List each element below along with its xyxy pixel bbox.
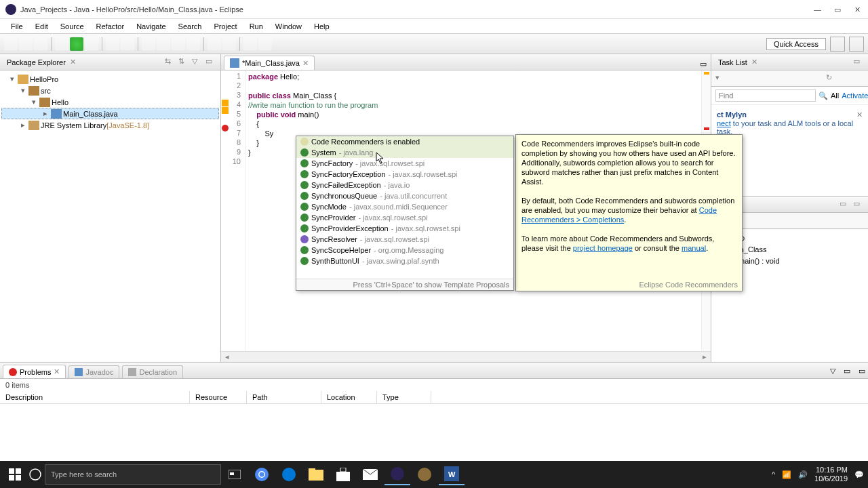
problems-table-header[interactable]: Description Resource Path Location Type <box>0 391 868 404</box>
menu-navigate[interactable]: Navigate <box>131 21 171 32</box>
mail-icon[interactable] <box>357 464 383 485</box>
completion-item[interactable]: SyncMode - javax.sound.midi.Sequencer <box>296 201 513 212</box>
debug-button[interactable] <box>55 37 68 51</box>
tray-volume-icon[interactable]: 🔊 <box>798 470 808 479</box>
project-tree[interactable]: ▾HelloPro ▾src ▾Hello ▸Main_Class.java ▸… <box>0 70 220 362</box>
javadoc-tab[interactable]: Javadoc <box>68 365 119 378</box>
schedule-icon[interactable] <box>743 73 753 84</box>
minimize-view-icon[interactable]: ▭ <box>844 367 850 375</box>
completion-item[interactable]: SyncProviderException - javax.sql.rowset… <box>296 223 513 234</box>
open-type-button[interactable] <box>142 37 155 51</box>
menu-search[interactable]: Search <box>173 21 208 32</box>
quick-access[interactable]: Quick Access <box>766 38 826 50</box>
tree-src[interactable]: src <box>41 87 51 95</box>
maximize-editor-icon[interactable]: ▭ <box>700 60 707 68</box>
menu-edit[interactable]: Edit <box>30 21 54 32</box>
declaration-tab[interactable]: Declaration <box>122 365 183 378</box>
close-view-icon[interactable]: ✕ <box>70 58 76 66</box>
focus-icon[interactable] <box>853 73 864 84</box>
completion-item[interactable]: SyncProvider - javax.sql.rowset.spi <box>296 212 513 223</box>
menu-project[interactable]: Project <box>208 21 242 32</box>
hide-nonpublic-icon[interactable] <box>756 216 767 226</box>
forward-button[interactable] <box>258 37 272 51</box>
tray-chevron-icon[interactable]: ^ <box>772 470 775 479</box>
find-input[interactable] <box>715 89 816 102</box>
all-filter[interactable]: All <box>831 92 839 100</box>
next-annotation-button[interactable] <box>208 37 221 51</box>
view-menu-icon[interactable]: ▽ <box>192 57 203 68</box>
app-icon[interactable] <box>412 464 437 485</box>
minimize-view-icon[interactable]: ▭ <box>840 199 850 210</box>
menu-source[interactable]: Source <box>55 21 90 32</box>
start-button[interactable] <box>4 464 26 485</box>
warning-marker-icon[interactable] <box>222 107 229 114</box>
eclipse-task-icon[interactable] <box>384 464 410 485</box>
collapse-icon[interactable] <box>840 73 850 84</box>
hide-static-icon[interactable] <box>743 216 753 226</box>
menu-window[interactable]: Window <box>270 21 307 32</box>
run-button[interactable] <box>70 37 83 51</box>
tree-project[interactable]: HelloPro <box>30 75 58 83</box>
completion-item[interactable]: System - java.lang <box>296 147 513 158</box>
editor-tab[interactable]: *Main_Class.java ✕ <box>224 56 315 70</box>
new-class-button[interactable] <box>121 37 134 51</box>
manual-link[interactable]: manual <box>682 244 706 252</box>
activate-link[interactable]: Activate... <box>842 92 868 100</box>
save-all-button[interactable] <box>34 37 47 51</box>
maximize-view-icon[interactable]: ▭ <box>859 367 865 375</box>
sync-icon[interactable]: ↻ <box>826 73 837 84</box>
store-icon[interactable] <box>330 464 356 485</box>
editor-scrollbar[interactable]: ◂▸ <box>221 351 711 362</box>
close-icon[interactable]: ✕ <box>856 110 863 119</box>
problems-tab[interactable]: Problems✕ <box>3 365 66 378</box>
new-package-button[interactable] <box>106 37 119 51</box>
close-view-icon[interactable]: ✕ <box>751 58 757 66</box>
menu-refactor[interactable]: Refactor <box>91 21 130 32</box>
notifications-icon[interactable]: 💬 <box>854 470 864 479</box>
close-tab-icon[interactable]: ✕ <box>302 59 309 68</box>
run-last-button[interactable] <box>85 37 98 51</box>
completion-item[interactable]: SynthButtonUI - javax.swing.plaf.synth <box>296 256 513 266</box>
tree-jre[interactable]: JRE System Library <box>41 121 106 129</box>
categorize-icon[interactable] <box>729 73 740 84</box>
content-assist-popup[interactable]: Code Recommenders is enabled System - ja… <box>296 136 514 291</box>
completion-header[interactable]: Code Recommenders is enabled <box>296 136 513 147</box>
word-icon[interactable]: W <box>439 464 465 485</box>
close-button[interactable]: ✕ <box>854 5 863 14</box>
toggle-button[interactable] <box>172 37 185 51</box>
connect-link[interactable]: nect <box>717 119 731 127</box>
task-view-icon[interactable] <box>222 464 248 485</box>
maximize-view-icon[interactable]: ▭ <box>853 199 864 210</box>
toggle-mark-button[interactable] <box>186 37 200 51</box>
completion-item[interactable]: SyncFactoryException - javax.sql.rowset.… <box>296 169 513 180</box>
view-menu-icon[interactable]: ▽ <box>830 367 835 375</box>
completion-item[interactable]: SyncFactory - javax.sql.rowset.spi <box>296 158 513 169</box>
completion-item[interactable]: SyncFailedException - java.io <box>296 180 513 190</box>
tree-file[interactable]: Main_Class.java <box>63 110 118 118</box>
warning-marker-icon[interactable] <box>222 100 229 106</box>
explorer-icon[interactable] <box>303 464 329 485</box>
minimize-view-icon[interactable]: ▭ <box>853 57 864 68</box>
tray-network-icon[interactable]: 📶 <box>782 470 791 479</box>
menu-run[interactable]: Run <box>244 21 269 32</box>
search-icon[interactable]: 🔍 <box>818 92 828 100</box>
focus-icon[interactable] <box>853 216 864 226</box>
tree-pkg[interactable]: Hello <box>52 98 68 106</box>
close-tab-icon[interactable]: ✕ <box>54 367 60 376</box>
back-button[interactable] <box>243 37 257 51</box>
new-button[interactable] <box>4 37 18 51</box>
perspective-java[interactable] <box>830 37 845 52</box>
minimize-view-icon[interactable]: ▭ <box>205 57 216 68</box>
new-task-icon[interactable]: ▾ <box>715 73 726 84</box>
collapse-all-icon[interactable]: ⇆ <box>165 57 176 68</box>
edge-icon[interactable] <box>276 464 302 485</box>
homepage-link[interactable]: project homepage <box>573 244 633 252</box>
maximize-button[interactable]: ▭ <box>834 5 842 14</box>
error-marker-icon[interactable] <box>222 125 229 131</box>
cortana-icon[interactable] <box>26 465 45 484</box>
search-box[interactable]: Type here to search <box>45 464 221 485</box>
completion-item[interactable]: SyncScopeHelper - org.omg.Messaging <box>296 245 513 256</box>
chrome-icon[interactable] <box>249 464 275 485</box>
menu-help[interactable]: Help <box>309 21 335 32</box>
link-editor-icon[interactable]: ⇅ <box>178 57 189 68</box>
